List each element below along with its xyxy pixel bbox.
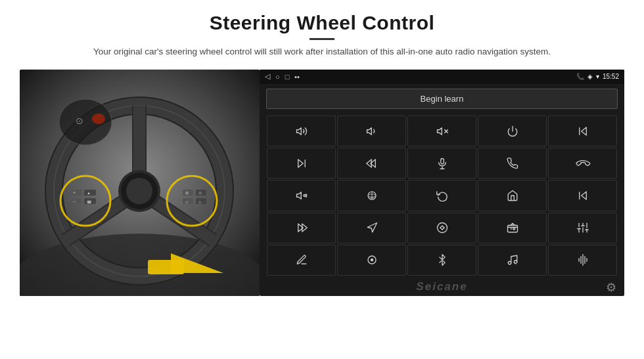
svg-text:☎: ☎: [87, 200, 92, 204]
svg-marker-60: [581, 192, 586, 200]
navigate-button[interactable]: [337, 213, 406, 243]
svg-text:−: −: [73, 200, 76, 204]
svg-point-13: [126, 178, 152, 204]
svg-marker-47: [298, 159, 303, 167]
svg-marker-64: [367, 223, 377, 232]
svg-marker-45: [581, 127, 586, 135]
svg-text:⊙: ⊙: [198, 191, 202, 195]
music-button[interactable]: ♪: [478, 245, 547, 276]
bluetooth-button[interactable]: [407, 245, 476, 276]
seek-back-button[interactable]: [337, 148, 406, 179]
svg-point-81: [508, 262, 511, 265]
wifi-status-icon: ▾: [596, 73, 599, 80]
prev-track-button[interactable]: [548, 116, 617, 146]
svg-text:◇: ◇: [198, 200, 202, 204]
voice-eq-button[interactable]: [548, 245, 617, 276]
skip-fwd-button[interactable]: [267, 148, 336, 179]
phone-status-icon: 📞: [576, 73, 584, 80]
svg-marker-54: [296, 192, 301, 200]
svg-point-34: [59, 99, 112, 145]
svg-text:+: +: [302, 129, 304, 133]
clock: 15:52: [603, 73, 619, 80]
svg-marker-41: [437, 127, 442, 135]
title-section: Steering Wheel Control Your original car…: [93, 12, 551, 59]
svg-rect-51: [440, 158, 444, 163]
skip-back2-button[interactable]: [548, 180, 617, 211]
undo-button[interactable]: [407, 180, 476, 211]
fast-fwd-button[interactable]: [267, 213, 336, 243]
mic-button[interactable]: [407, 148, 476, 179]
page-title: Steering Wheel Control: [93, 12, 551, 34]
svg-text:⊙: ⊙: [76, 116, 83, 126]
begin-learn-button[interactable]: Begin learn: [266, 89, 618, 109]
location-status-icon: ◈: [587, 73, 593, 80]
content-row: + − ▲ ☎ ⊞ ◇ ⊙ ◇: [20, 70, 624, 296]
vol-mute-button[interactable]: [407, 116, 476, 146]
status-bar: ◁ ○ □ ▪▪ 📞 ◈ ▾ 15:52: [260, 70, 624, 84]
vol-up-button[interactable]: +: [267, 116, 336, 146]
seicane-watermark: Seicane: [416, 280, 467, 293]
power-button[interactable]: [478, 116, 547, 146]
home-nav-icon[interactable]: ○: [275, 73, 280, 81]
svg-text:◇: ◇: [185, 200, 189, 204]
android-screen: ◁ ○ □ ▪▪ 📞 ◈ ▾ 15:52 Begin learn: [260, 70, 624, 296]
home-button[interactable]: [478, 180, 547, 211]
svg-text:▲: ▲: [87, 191, 91, 195]
circle-btn[interactable]: [337, 245, 406, 276]
svg-rect-66: [507, 225, 517, 232]
page-wrapper: Steering Wheel Control Your original car…: [0, 0, 644, 359]
svg-text:−: −: [372, 129, 374, 133]
subtitle: Your original car's steering wheel contr…: [93, 45, 551, 59]
phone-button[interactable]: [478, 148, 547, 179]
svg-point-80: [370, 259, 373, 262]
view-360-button[interactable]: 360°: [337, 180, 406, 211]
media-nav-icon: ▪▪: [294, 73, 300, 81]
swap-button[interactable]: [407, 213, 476, 243]
title-divider: [310, 38, 334, 40]
svg-text:♪: ♪: [515, 263, 516, 266]
svg-rect-33: [148, 260, 184, 274]
pencil-button[interactable]: [267, 245, 336, 276]
svg-point-68: [513, 228, 515, 230]
button-grid: + −: [260, 114, 624, 279]
horn-button[interactable]: [267, 180, 336, 211]
svg-text:360°: 360°: [370, 196, 375, 199]
radio-button[interactable]: [478, 213, 547, 243]
svg-text:+: +: [73, 190, 76, 195]
equalizer-button[interactable]: [548, 213, 617, 243]
vol-down-button[interactable]: −: [337, 116, 406, 146]
svg-marker-37: [296, 127, 301, 135]
settings-icon[interactable]: ⚙: [606, 280, 616, 295]
hang-up-button[interactable]: [548, 148, 617, 179]
svg-text:⊞: ⊞: [185, 191, 189, 195]
svg-point-36: [92, 114, 105, 124]
watermark-row: Seicane ⚙: [260, 279, 624, 296]
svg-point-55: [304, 194, 306, 196]
back-nav-icon[interactable]: ◁: [265, 72, 270, 81]
recent-nav-icon[interactable]: □: [285, 73, 290, 81]
svg-point-65: [437, 223, 447, 233]
steering-wheel-image: + − ▲ ☎ ⊞ ◇ ⊙ ◇: [20, 70, 260, 296]
status-right: 📞 ◈ ▾ 15:52: [576, 73, 619, 80]
begin-learn-row: Begin learn: [260, 84, 624, 114]
svg-marker-39: [367, 127, 371, 135]
status-left: ◁ ○ □ ▪▪: [265, 72, 300, 81]
